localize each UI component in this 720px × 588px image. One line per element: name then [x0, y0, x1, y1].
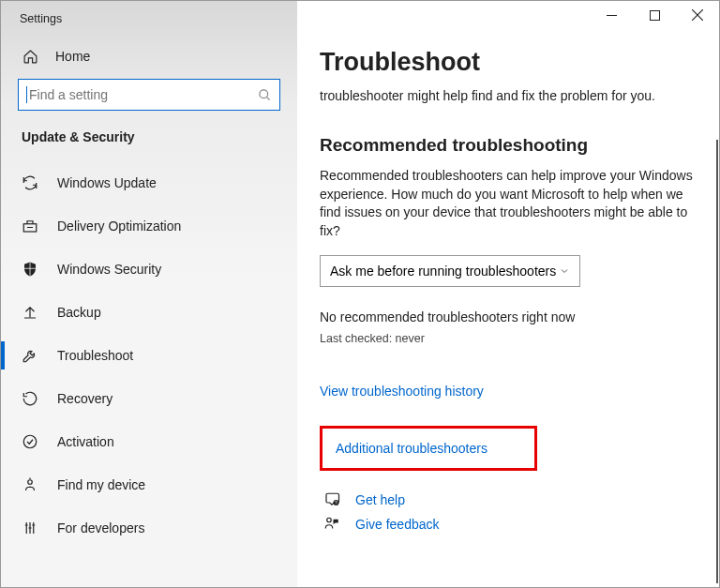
- sidebar-item-activation[interactable]: Activation: [1, 420, 297, 463]
- help-icon: ?: [323, 491, 340, 508]
- status-text: No recommended troubleshooters right now: [320, 309, 693, 324]
- sidebar-item-label: Troubleshoot: [57, 348, 133, 363]
- location-person-icon: [22, 476, 38, 493]
- feedback-icon: [323, 516, 340, 533]
- page-title: Troubleshoot: [320, 48, 693, 77]
- section-heading: Recommended troubleshooting: [320, 135, 693, 156]
- last-checked-text: Last checked: never: [320, 332, 693, 345]
- sidebar-item-label: Windows Security: [57, 262, 161, 277]
- sidebar-section-label: Update & Security: [1, 129, 297, 161]
- sidebar-item-label: Activation: [57, 434, 114, 449]
- sidebar-item-delivery-optimization[interactable]: Delivery Optimization: [1, 204, 297, 248]
- sidebar-item-windows-update[interactable]: Windows Update: [1, 161, 297, 204]
- svg-point-7: [327, 519, 332, 523]
- view-history-link[interactable]: View troubleshooting history: [320, 384, 484, 399]
- sidebar-item-label: Find my device: [57, 477, 145, 492]
- give-feedback-link[interactable]: Give feedback: [355, 517, 440, 532]
- sidebar-item-windows-security[interactable]: Windows Security: [1, 248, 297, 291]
- sidebar-item-label: Backup: [57, 305, 101, 320]
- sidebar-nav-list: Windows Update Delivery Optimization Win…: [1, 161, 297, 550]
- shield-icon: [22, 261, 38, 278]
- additional-troubleshooters-link[interactable]: Additional troubleshooters: [336, 441, 488, 456]
- backup-icon: [22, 304, 38, 321]
- sidebar-item-label: For developers: [57, 520, 144, 535]
- recovery-icon: [22, 390, 38, 407]
- home-nav-item[interactable]: Home: [18, 38, 280, 79]
- delivery-icon: [22, 218, 38, 234]
- developer-icon: [22, 520, 38, 536]
- dropdown-value: Ask me before running troubleshooters: [330, 264, 556, 279]
- svg-point-3: [28, 480, 33, 485]
- sidebar-item-recovery[interactable]: Recovery: [1, 377, 297, 420]
- sidebar-item-find-my-device[interactable]: Find my device: [1, 463, 297, 506]
- section-description: Recommended troubleshooters can help imp…: [320, 167, 693, 240]
- get-help-link[interactable]: Get help: [355, 492, 405, 507]
- text-caret: [26, 86, 27, 103]
- app-title: Settings: [18, 10, 280, 38]
- home-label: Home: [55, 49, 90, 64]
- home-icon: [22, 48, 38, 65]
- svg-point-0: [260, 89, 268, 98]
- search-input[interactable]: [29, 87, 258, 102]
- sidebar-item-troubleshoot[interactable]: Troubleshoot: [1, 334, 297, 377]
- highlight-box: Additional troubleshooters: [320, 426, 537, 471]
- scrollbar[interactable]: [716, 140, 718, 583]
- check-circle-icon: [22, 433, 38, 450]
- search-input-container[interactable]: [18, 79, 280, 111]
- main-content: Troubleshoot troubleshooter might help f…: [297, 1, 719, 587]
- chevron-down-icon: [559, 265, 570, 277]
- give-feedback-row[interactable]: Give feedback: [323, 516, 693, 533]
- get-help-row[interactable]: ? Get help: [323, 491, 693, 508]
- sidebar-item-label: Windows Update: [57, 175, 157, 190]
- sidebar-item-label: Recovery: [57, 391, 112, 406]
- sidebar-item-for-developers[interactable]: For developers: [1, 506, 297, 550]
- search-icon: [258, 88, 272, 102]
- troubleshoot-preference-dropdown[interactable]: Ask me before running troubleshooters: [320, 255, 580, 287]
- sidebar: Settings Home Update & Security Windows …: [1, 1, 297, 587]
- svg-point-2: [23, 435, 37, 448]
- page-subtitle: troubleshooter might help find and fix t…: [320, 88, 693, 103]
- sidebar-item-label: Delivery Optimization: [57, 219, 181, 234]
- sidebar-item-backup[interactable]: Backup: [1, 291, 297, 334]
- sync-icon: [22, 174, 38, 191]
- wrench-icon: [22, 347, 38, 364]
